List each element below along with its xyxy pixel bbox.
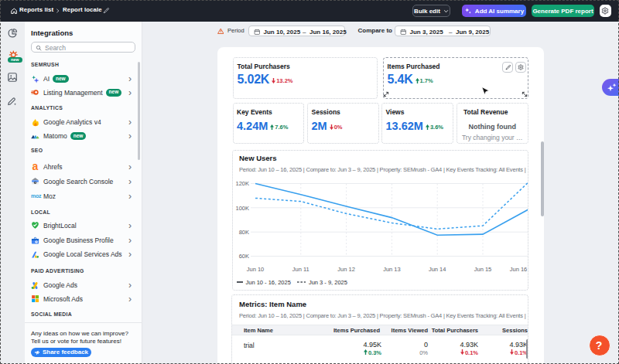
svg-text:100K: 100K: [235, 204, 249, 211]
svg-text:Jun 11: Jun 11: [292, 265, 310, 272]
svg-text:80K: 80K: [239, 229, 249, 236]
svg-text:Jun 12: Jun 12: [337, 265, 355, 272]
svg-text:Jun 15: Jun 15: [474, 265, 492, 272]
svg-text:Jun 16: Jun 16: [510, 265, 528, 272]
svg-text:60K: 60K: [239, 253, 249, 260]
svg-text:Jun 14: Jun 14: [429, 265, 446, 272]
svg-text:120K: 120K: [235, 180, 249, 187]
svg-text:Jun 10: Jun 10: [247, 265, 265, 272]
svg-text:Jun 13: Jun 13: [383, 265, 401, 272]
